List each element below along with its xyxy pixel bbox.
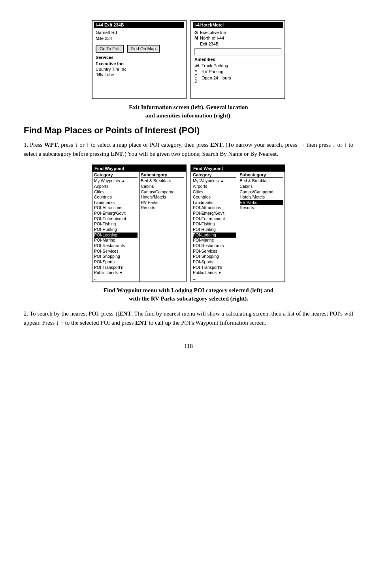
right-cat-header: Category: [193, 172, 236, 178]
rcat-cities: Cities: [193, 189, 236, 195]
section-heading: Find Map Places or Points of Interest (P…: [24, 125, 353, 136]
service-3: Jiffy Lube: [96, 72, 183, 78]
amenity-3: Open 24 Hours: [202, 75, 231, 81]
page-number: 118: [24, 343, 353, 350]
rcat-more: ...: [193, 276, 236, 281]
rsub-bed-breakfast: Bed & Breakfast: [240, 178, 283, 184]
right-subcat-header: Subcategory: [240, 172, 283, 178]
icon-m: M: [194, 35, 200, 41]
go-to-exit-button[interactable]: Go To Exit: [96, 45, 124, 53]
ent-bold-4: ENT: [135, 320, 147, 326]
sub-resorts: Resorts: [141, 205, 185, 211]
cat-my-waypoints: My Waypoints ▲: [94, 178, 138, 184]
left-btn-row: Go To Exit Find On Map: [96, 45, 183, 53]
rsub-resorts: Resorts: [240, 205, 283, 211]
right-hotel-label: Hotel/Motel: [200, 23, 224, 27]
cat-poi-fishing: POI-Fishing: [94, 221, 138, 227]
rcat-poi-shopping: POI-Shopping: [193, 254, 236, 259]
sub-bed-breakfast: Bed & Breakfast: [141, 178, 185, 184]
cat-poi-restaurants: POI-Restaurants: [94, 243, 138, 249]
rcat-poi-restaurants: POI-Restaurants: [193, 243, 236, 249]
left-screen-body: Garnett Rd Mile 234 Go To Exit Find On M…: [94, 29, 184, 94]
left-exit-screen: I-44 Exit 234B Garnett Rd Mile 234 Go To…: [92, 20, 187, 99]
right-details-block: G M Executive Inn North of I-44 Exit 234…: [194, 30, 281, 47]
right-wpt-title: Find Waypoint: [191, 165, 285, 172]
cat-poi-hunting: POI-Hunting: [94, 227, 138, 233]
icon-g: G: [194, 30, 200, 35]
right-icons: G M: [194, 30, 200, 41]
garnett-rd-text: Garnett Rd: [96, 30, 117, 35]
hotel-name: Executive Inn: [200, 30, 226, 35]
caption-1-line2: and amenities information (right).: [145, 112, 232, 119]
amenities-title: Amenities: [194, 57, 281, 62]
right-subcat-col: Subcategory Bed & Breakfast Cabins Camps…: [238, 172, 285, 282]
right-bottom-spacer: [194, 84, 281, 96]
rcat-my-waypoints: My Waypoints ▲: [193, 178, 236, 184]
rsub-hotels: Hotels/Motels: [240, 195, 283, 200]
left-waypoint-screen: Find Waypoint Category My Waypoints ▲ Ai…: [92, 164, 187, 282]
rcat-airports: Airports: [193, 184, 236, 189]
cat-more: ...: [94, 276, 138, 281]
amenity-2: RV Parking: [202, 69, 231, 75]
rcat-poi-transport: POI-Transport'n: [193, 265, 236, 270]
right-title-prefix: I-4: [194, 23, 200, 27]
garnett-rd-row: Garnett Rd: [96, 30, 183, 35]
amenity-1: Truck Parking: [202, 63, 231, 69]
ent-bold-1: ENT: [210, 142, 222, 148]
caption-1-line1: Exit Information screen (left). General …: [129, 104, 248, 110]
right-screen-body: G M Executive Inn North of I-44 Exit 234…: [193, 29, 283, 97]
caption-2: Find Waypoint menu with Lodging POI cate…: [24, 286, 353, 303]
sub-cabins: Cabins: [141, 184, 185, 189]
rcat-poi-entertain: POI-Entertainmnt: [193, 216, 236, 222]
hotel-location: North of I-44: [200, 35, 226, 41]
rsub-rv-parks: RV Parks: [240, 200, 283, 206]
hotel-exit: Exit 234B: [200, 41, 226, 47]
service-2: Country Tire Inc.: [96, 66, 183, 72]
sub-rv-parks: RV Parks: [141, 200, 185, 206]
cat-cities: Cities: [94, 189, 138, 195]
cat-poi-attractions: POI-Attractions: [94, 205, 138, 211]
right-spacer: [194, 48, 281, 55]
caption-2-line1: Find Waypoint menu with Lodging POI cate…: [104, 287, 273, 293]
sub-camps: Camps/Campgrnd: [141, 189, 185, 195]
find-on-map-button[interactable]: Find On Map: [127, 45, 160, 53]
right-hotel-screen: I-4 Hotel/Motel G M Executive Inn North …: [190, 20, 285, 99]
cat-poi-services: POI-Services: [94, 249, 138, 254]
paragraph-2: 2. To search by the nearest POI: press ↓…: [24, 309, 353, 327]
left-wpt-title: Find Waypoint: [92, 165, 186, 172]
cat-poi-transport: POI-Transport'n: [94, 265, 138, 270]
rsub-camps: Camps/Campgrnd: [240, 189, 283, 195]
amenity-icon-4: Ji: [194, 79, 202, 84]
mile-text: Mile 234: [96, 36, 112, 41]
rcat-poi-sports: POI-Sports: [193, 259, 236, 265]
sub-hotels: Hotels/Motels: [141, 195, 185, 200]
left-wpt-cols: Category My Waypoints ▲ Airports Cities …: [92, 172, 186, 282]
cat-poi-entertain: POI-Entertainmnt: [94, 216, 138, 222]
right-screen-title: I-4 Hotel/Motel: [193, 22, 283, 28]
cat-poi-shopping: POI-Shopping: [94, 254, 138, 259]
rsub-cabins: Cabins: [240, 184, 283, 189]
service-1: Executive Inn: [96, 61, 183, 66]
right-details-text: Executive Inn North of I-44 Exit 234B: [200, 30, 226, 47]
cat-airports: Airports: [94, 184, 138, 189]
right-wpt-cols: Category My Waypoints ▲ Airports Cities …: [191, 172, 285, 282]
mile-row: Mile 234: [96, 36, 183, 41]
top-screenshots-row: I-44 Exit 234B Garnett Rd Mile 234 Go To…: [24, 20, 353, 99]
page-content: I-44 Exit 234B Garnett Rd Mile 234 Go To…: [24, 12, 353, 350]
rcat-landmarks: Landmarks: [193, 200, 236, 206]
paragraph-1: 1. Press WPT, press ↓ or ↑ to select a m…: [24, 140, 353, 158]
cat-landmarks: Landmarks: [94, 200, 138, 206]
rcat-poi-fishing: POI-Fishing: [193, 221, 236, 227]
left-category-col: Category My Waypoints ▲ Airports Cities …: [92, 172, 139, 282]
ent-bold-3: ENT: [119, 310, 132, 317]
ent-bold-2: ENT: [111, 151, 123, 157]
waypoint-screens-row: Find Waypoint Category My Waypoints ▲ Ai…: [24, 164, 353, 282]
rcat-poi-marine: POI-Marine: [193, 238, 236, 243]
amenity-icon-3: C: [194, 74, 202, 79]
cat-countries: Countries: [94, 195, 138, 200]
amenity-icon-1: Se: [194, 63, 202, 68]
wpt-bold-1: WPT: [44, 142, 58, 148]
rcat-poi-attractions: POI-Attractions: [193, 205, 236, 211]
rcat-poi-hunting: POI-Hunting: [193, 227, 236, 233]
amenity-icons: Se E C Ji: [194, 63, 202, 84]
